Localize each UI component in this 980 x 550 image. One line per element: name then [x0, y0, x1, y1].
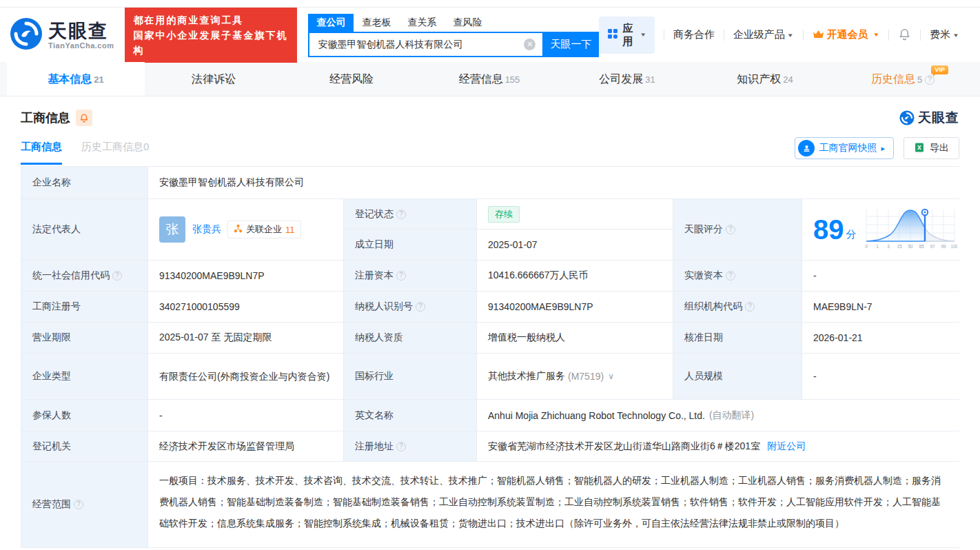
approval-date-value: 2026-01-21 — [802, 323, 961, 353]
apps-menu[interactable]: 应用 ▼ — [599, 17, 655, 54]
help-icon[interactable]: ? — [396, 210, 406, 219]
help-icon[interactable]: ? — [112, 271, 122, 281]
chevron-down-icon: ▼ — [873, 32, 880, 38]
field-label: 法定代表人 — [21, 199, 147, 260]
watermark-logo: 天眼查 — [899, 109, 959, 127]
staff-size-value: - — [802, 354, 961, 399]
svg-text:99: 99 — [941, 244, 946, 249]
divider — [920, 30, 921, 41]
insured-count-value: - — [148, 400, 343, 431]
field-label: 注册地址? — [344, 431, 476, 461]
tab-legal-proceedings[interactable]: 法律诉讼 — [145, 62, 283, 96]
nearby-companies-link[interactable]: 附近公司 — [767, 440, 806, 453]
header-menu: 应用 ▼ 商务合作 企业级产品▼ 开通会员 ▼ 费米▼ — [599, 17, 959, 54]
field-label: 统一社会信用代码? — [21, 261, 147, 291]
promo-banner: 都在用的商业查询工具 国家中小企业发展子基金旗下机构 — [125, 8, 297, 63]
taxpayer-id-value: 91340200MAE9B9LN7P — [477, 292, 673, 322]
associated-companies-badge[interactable]: 关联企业 11 — [227, 221, 301, 238]
field-label: 天眼评分? — [673, 199, 802, 260]
industry-value: 其他技术推广服务 (M7519) ∨ — [477, 354, 673, 399]
english-name-value: Anhui Mojia Zhichuang Robot Technology C… — [477, 400, 961, 431]
tianyancha-logo[interactable]: 天眼查 TianYanCha.com — [10, 17, 114, 53]
section-title: 工商信息 — [21, 110, 70, 126]
subtab-business-info[interactable]: 工商信息 — [21, 132, 62, 165]
menu-enterprise-products[interactable]: 企业级产品▼ — [733, 28, 794, 41]
tab-intellectual-property[interactable]: 知识产权24 — [696, 62, 834, 96]
divider — [664, 30, 664, 41]
field-label: 登记机关 — [21, 431, 147, 461]
legal-rep-link[interactable]: 张贵兵 — [192, 223, 221, 236]
svg-text:1: 1 — [876, 244, 879, 249]
tab-company-development[interactable]: 公司发展31 — [558, 62, 696, 96]
window-top-edge — [0, 0, 980, 8]
help-icon[interactable]: ? — [726, 225, 735, 234]
field-label: 英文名称 — [344, 400, 476, 431]
search-button[interactable]: 天眼一下 — [542, 32, 599, 57]
username: 费米 — [930, 28, 950, 40]
promo-line2: 国家中小企业发展子基金旗下机构 — [133, 28, 289, 58]
search-tab-boss[interactable]: 查老板 — [354, 14, 399, 32]
crown-icon — [813, 29, 824, 41]
export-button[interactable]: 导出 — [904, 137, 959, 159]
menu-open-vip[interactable]: 开通会员 ▼ — [813, 28, 880, 41]
org-network-icon — [234, 224, 243, 235]
monitor-bell-icon[interactable] — [76, 110, 92, 126]
search-input[interactable] — [308, 32, 542, 57]
reg-capital-value: 10416.666667万人民币 — [477, 261, 673, 291]
tianyancha-logo-icon — [899, 110, 915, 125]
help-icon[interactable]: ? — [416, 302, 425, 312]
company-nav-tabs: 基本信息21 法律诉讼 经营风险 经营信息155 公司发展31 知识产权24 V… — [0, 62, 980, 96]
reg-address-value: 安徽省芜湖市经济技术开发区龙山街道华山路商业街6＃楼201室 附近公司 — [477, 431, 961, 461]
score-value: 89 — [813, 216, 844, 243]
help-icon[interactable]: ? — [745, 302, 755, 312]
svg-text:3: 3 — [887, 244, 890, 249]
svg-text:50: 50 — [908, 244, 913, 249]
official-snapshot-button[interactable]: 工商官网快照 ▸ — [795, 137, 894, 159]
field-label: 经营范围? — [21, 462, 147, 547]
notification-bell-icon[interactable] — [898, 28, 911, 43]
subtab-history-business-info[interactable]: 历史工商信息0 — [81, 132, 149, 165]
stamp-icon — [798, 140, 815, 156]
promo-line1: 都在用的商业查询工具 — [133, 12, 289, 28]
score-cell[interactable]: 89 分 — [802, 199, 961, 260]
apps-label: 应用 — [622, 22, 633, 48]
reg-status-cell: 存续 — [477, 199, 673, 229]
legal-rep-cell: 张 张贵兵 关联企业 11 — [148, 199, 343, 260]
company-type-value: 有限责任公司(外商投资企业与内资合资) — [148, 354, 343, 399]
help-icon[interactable]: ? — [925, 75, 935, 85]
search-tab-risk[interactable]: 查风险 — [445, 14, 490, 32]
business-term-value: 2025-01-07 至 无固定期限 — [148, 323, 343, 353]
help-icon[interactable]: ? — [396, 271, 406, 281]
arrow-right-icon: ▸ — [881, 144, 885, 153]
user-menu[interactable]: 费米▼ — [930, 28, 959, 41]
menu-business-cooperation[interactable]: 商务合作 — [673, 28, 715, 41]
tab-basic-info[interactable]: 基本信息21 — [7, 62, 145, 96]
tab-history-info[interactable]: VIP 历史信息5? — [834, 62, 972, 96]
search-tab-company[interactable]: 查公司 — [308, 14, 354, 32]
brand-name: 天眼查 — [48, 21, 114, 41]
search-tab-relation[interactable]: 查关系 — [399, 14, 445, 32]
status-badge: 存续 — [488, 206, 520, 223]
tab-operating-risk[interactable]: 经营风险 — [283, 62, 420, 96]
chevron-down-icon[interactable]: ∨ — [608, 371, 614, 381]
score-unit: 分 — [846, 228, 857, 241]
business-info-table: 企业名称 安徽墨甲智创机器人科技有限公司 法定代表人 张 张贵兵 关联企业 11… — [21, 166, 959, 548]
excel-icon — [914, 142, 925, 155]
reg-authority-value: 经济技术开发区市场监督管理局 — [148, 431, 343, 461]
svg-text:100: 100 — [950, 244, 957, 249]
tab-operating-info[interactable]: 经营信息155 — [420, 62, 558, 96]
svg-text:97: 97 — [930, 244, 935, 249]
help-icon[interactable]: ? — [726, 271, 735, 281]
divider — [888, 30, 889, 41]
field-label: 成立日期 — [344, 230, 476, 260]
svg-text:85: 85 — [919, 244, 924, 249]
help-icon[interactable]: ? — [74, 500, 83, 509]
field-label: 纳税人资质 — [344, 323, 476, 353]
avatar[interactable]: 张 — [159, 216, 185, 243]
divider — [803, 30, 804, 41]
main-content: 工商信息 天眼查 工商信息 历史工商信息0 — [0, 107, 980, 548]
field-label: 组织机构代码? — [673, 292, 802, 322]
help-icon[interactable]: ? — [396, 442, 406, 451]
site-header: 天眼查 TianYanCha.com 都在用的商业查询工具 国家中小企业发展子基… — [0, 8, 980, 62]
field-label: 纳税人识别号? — [344, 292, 476, 322]
